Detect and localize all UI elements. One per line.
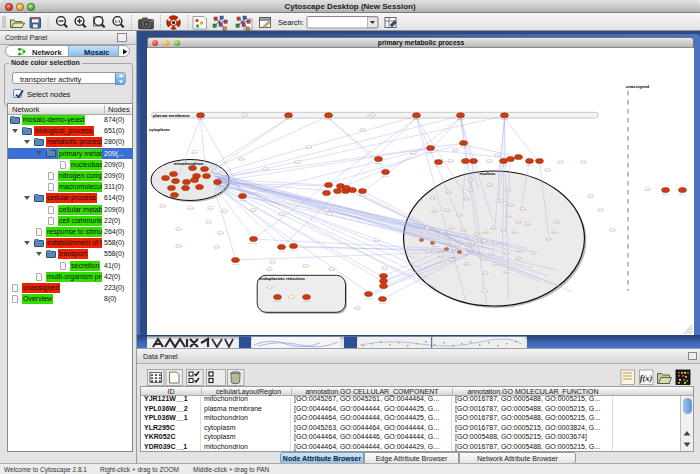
- svg-text:endoplasmic reticulum: endoplasmic reticulum: [259, 276, 305, 281]
- svg-text:[xx xx]: [xx xx]: [217, 232, 224, 234]
- svg-text:[xx xx]: [xx xx]: [504, 189, 511, 191]
- svg-text:[xx xx]: [xx xx]: [500, 229, 507, 231]
- svg-text:[xx xx]: [xx xx]: [439, 231, 446, 233]
- svg-text:q_xxxx: q_xxxx: [444, 242, 452, 245]
- svg-text:[xx xx]: [xx xx]: [530, 252, 537, 254]
- svg-text:[xxx x]: [xxx x]: [679, 193, 686, 196]
- svg-text:[xx xx]: [xx xx]: [424, 227, 431, 229]
- svg-text:[xx xx]: [xx xx]: [302, 265, 309, 267]
- svg-text:[xx xx]: [xx xx]: [580, 161, 587, 163]
- svg-text:[xx xx]: [xx xx]: [266, 286, 273, 288]
- svg-text:[xx xx]: [xx xx]: [486, 160, 493, 162]
- svg-text:[xxx x]: [xxx x]: [239, 199, 246, 202]
- svg-text:[xx xx]: [xx xx]: [469, 242, 476, 244]
- svg-text:[xx xx]: [xx xx]: [305, 146, 312, 148]
- svg-text:[xx xx]: [xx xx]: [492, 263, 499, 265]
- svg-text:[xx xx]: [xx xx]: [473, 233, 480, 235]
- svg-text:[xx xx]: [xx xx]: [519, 208, 526, 210]
- svg-text:[xx xx]: [xx xx]: [545, 238, 552, 240]
- svg-text:[xx xx]: [xx xx]: [557, 161, 564, 163]
- svg-text:q_xxxx: q_xxxx: [431, 245, 439, 248]
- svg-text:q_xxxx: q_xxxx: [466, 245, 474, 248]
- svg-text:1:1: 1:1: [114, 19, 121, 24]
- svg-text:[xxx x]: [xxx x]: [278, 250, 285, 253]
- svg-text:[xx xx]: [xx xx]: [241, 114, 248, 116]
- svg-text:Search:: Search:: [278, 18, 304, 27]
- svg-text:plasma membrane: plasma membrane: [153, 113, 190, 118]
- svg-text:[xx xx]: [xx xx]: [175, 228, 182, 230]
- svg-text:[xx xx]: [xx xx]: [159, 205, 166, 207]
- svg-text:[xx xx]: [xx xx]: [551, 231, 558, 233]
- svg-text:mitochondrion: mitochondrion: [173, 161, 203, 166]
- svg-text:[xx xx]: [xx xx]: [553, 221, 560, 223]
- svg-text:[xxx x]: [xxx x]: [303, 300, 310, 303]
- svg-text:[xx xx]: [xx xx]: [463, 263, 470, 265]
- svg-text:[xxx x]: [xxx x]: [325, 118, 332, 121]
- svg-text:[xxx x]: [xxx x]: [232, 263, 239, 266]
- svg-text:[xx xx]: [xx xx]: [431, 210, 438, 212]
- svg-text:[xx xx]: [xx xx]: [507, 204, 514, 206]
- svg-text:[xx xx]: [xx xx]: [456, 214, 463, 216]
- svg-text:[xxx x]: [xxx x]: [337, 190, 344, 193]
- svg-text:[xx xx]: [xx xx]: [505, 215, 512, 217]
- svg-text:[xx xx]: [xx xx]: [467, 189, 474, 191]
- svg-text:[xxx x]: [xxx x]: [460, 146, 467, 149]
- svg-text:[xxx x]: [xxx x]: [457, 118, 464, 121]
- svg-text:[xx xx]: [xx xx]: [644, 188, 651, 190]
- svg-text:[xx xx]: [xx xx]: [359, 129, 366, 131]
- svg-text:q_xxxx: q_xxxx: [459, 253, 467, 256]
- svg-text:[xxx x]: [xxx x]: [285, 118, 292, 121]
- svg-text:[xx xx]: [xx xx]: [480, 258, 487, 260]
- svg-text:[xx xx]: [xx xx]: [294, 161, 301, 163]
- svg-text:[xx xx]: [xx xx]: [488, 253, 495, 255]
- svg-text:[xx xx]: [xx xx]: [443, 209, 450, 211]
- svg-text:[xxx x]: [xxx x]: [435, 165, 442, 168]
- svg-text:[xx xx]: [xx xx]: [429, 197, 436, 199]
- svg-text:[xx xx]: [xx xx]: [410, 152, 417, 154]
- svg-text:[xx xx]: [xx xx]: [205, 221, 212, 223]
- svg-text:[xx xx]: [xx xx]: [463, 198, 470, 200]
- svg-text:[xx xx]: [xx xx]: [492, 242, 499, 244]
- svg-text:[xx xx]: [xx xx]: [482, 231, 489, 233]
- svg-text:[xx xx]: [xx xx]: [323, 209, 330, 211]
- svg-text:q_xxxx: q_xxxx: [437, 250, 445, 253]
- svg-text:[xxx x]: [xxx x]: [359, 194, 366, 197]
- svg-text:[xx xx]: [xx xx]: [447, 160, 454, 162]
- svg-text:q_xxxx: q_xxxx: [448, 256, 456, 259]
- svg-text:[xx xx]: [xx xx]: [481, 240, 488, 242]
- svg-text:[xx xx]: [xx xx]: [191, 151, 198, 153]
- svg-text:[xxx x]: [xxx x]: [197, 118, 204, 121]
- svg-text:[xx xx]: [xx xx]: [328, 268, 335, 270]
- svg-text:[xx xx]: [xx xx]: [452, 149, 459, 151]
- svg-text:[xxx x]: [xxx x]: [274, 300, 281, 303]
- svg-text:[xx xx]: [xx xx]: [498, 200, 505, 202]
- svg-text:[xx xx]: [xx xx]: [278, 213, 285, 215]
- svg-text:[xx xx]: [xx xx]: [473, 250, 480, 252]
- svg-text:[xx xx]: [xx xx]: [269, 261, 276, 263]
- svg-text:[xx xx]: [xx xx]: [207, 207, 214, 209]
- svg-text:q_xxxx: q_xxxx: [451, 248, 459, 251]
- svg-text:[xxx x]: [xxx x]: [662, 193, 669, 196]
- svg-text:[xx xx]: [xx xx]: [238, 158, 245, 160]
- svg-text:[xxx x]: [xxx x]: [427, 151, 434, 154]
- svg-text:[xx xx]: [xx xx]: [448, 259, 455, 261]
- svg-text:[xx xx]: [xx xx]: [326, 213, 333, 215]
- svg-text:[xx xx]: [xx xx]: [250, 209, 257, 211]
- svg-text:[xx xx]: [xx xx]: [445, 191, 452, 193]
- svg-text:[xx xx]: [xx xx]: [609, 229, 616, 231]
- svg-text:[xx xx]: [xx xx]: [490, 227, 497, 229]
- svg-text:f(x): f(x): [640, 373, 653, 383]
- svg-text:[xxx x]: [xxx x]: [526, 164, 533, 167]
- svg-text:[xx xx]: [xx xx]: [503, 252, 510, 254]
- svg-text:[xx xx]: [xx xx]: [460, 229, 467, 231]
- svg-text:[xx xx]: [xx xx]: [467, 179, 474, 181]
- svg-text:[xx xx]: [xx xx]: [515, 257, 522, 259]
- svg-text:[xx xx]: [xx xx]: [266, 268, 273, 270]
- svg-text:[xx xx]: [xx xx]: [221, 210, 228, 212]
- svg-text:[xxx x]: [xxx x]: [382, 175, 389, 178]
- svg-text:[xx xx]: [xx xx]: [587, 195, 594, 197]
- svg-text:[xx xx]: [xx xx]: [262, 168, 269, 170]
- svg-text:[xx xx]: [xx xx]: [503, 271, 510, 273]
- svg-text:[xx xx]: [xx xx]: [481, 290, 488, 292]
- svg-text:[xx xx]: [xx xx]: [187, 207, 194, 209]
